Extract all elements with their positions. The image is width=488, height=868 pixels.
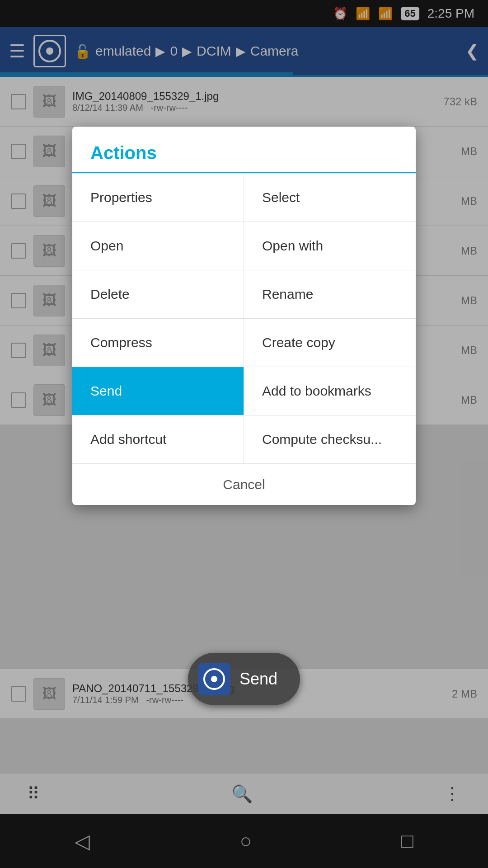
action-open[interactable]: Open: [72, 222, 244, 270]
action-select[interactable]: Select: [244, 174, 416, 222]
send-fab-logo: [198, 663, 230, 695]
send-fab-logo-dot: [211, 676, 217, 682]
cancel-button[interactable]: Cancel: [72, 464, 416, 505]
action-create-copy[interactable]: Create copy: [244, 319, 416, 367]
action-add-shortcut[interactable]: Add shortcut: [72, 415, 244, 464]
action-compute-checksum[interactable]: Compute checksu...: [244, 415, 416, 464]
actions-title: Actions: [72, 127, 416, 173]
send-fab[interactable]: Send: [188, 653, 300, 705]
send-fab-label: Send: [239, 670, 277, 689]
action-properties[interactable]: Properties: [72, 174, 244, 222]
actions-dialog: Actions Properties Select Open Open with…: [72, 127, 416, 505]
action-compress[interactable]: Compress: [72, 319, 244, 367]
modal-overlay: Actions Properties Select Open Open with…: [0, 0, 488, 868]
actions-grid: Properties Select Open Open with Delete …: [72, 173, 416, 464]
action-delete[interactable]: Delete: [72, 270, 244, 319]
action-send[interactable]: Send: [72, 367, 244, 415]
send-fab-logo-circle: [203, 668, 225, 690]
action-open-with[interactable]: Open with: [244, 222, 416, 270]
action-rename[interactable]: Rename: [244, 270, 416, 319]
action-add-bookmarks[interactable]: Add to bookmarks: [244, 367, 416, 415]
